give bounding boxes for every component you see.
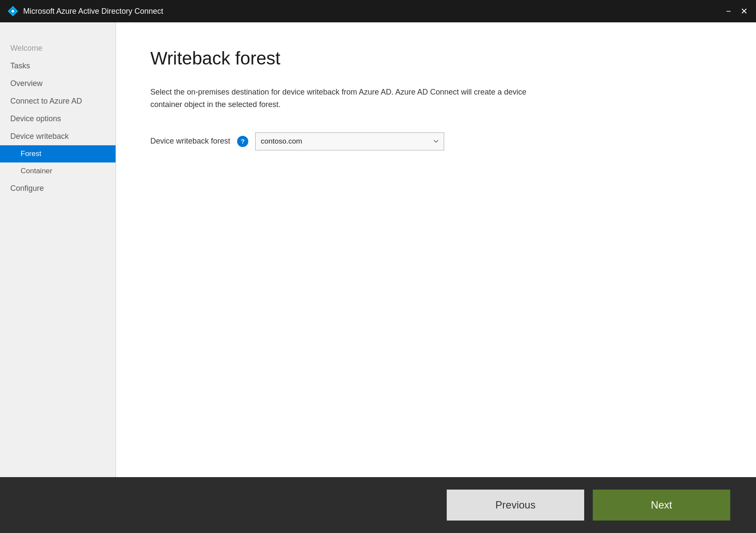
sidebar-item-device-options[interactable]: Device options	[0, 110, 116, 128]
forest-label: Device writeback forest	[150, 137, 230, 146]
sidebar-item-forest[interactable]: Forest	[0, 145, 116, 162]
sidebar-item-configure[interactable]: Configure	[0, 180, 116, 197]
sidebar-item-container[interactable]: Container	[0, 162, 116, 180]
minimize-button[interactable]: −	[723, 6, 734, 16]
window-content: Welcome Tasks Overview Connect to Azure …	[0, 22, 756, 533]
sidebar-item-tasks[interactable]: Tasks	[0, 57, 116, 75]
close-button[interactable]: ✕	[739, 6, 749, 16]
next-button[interactable]: Next	[593, 490, 730, 521]
sidebar-item-device-writeback[interactable]: Device writeback	[0, 128, 116, 145]
sidebar: Welcome Tasks Overview Connect to Azure …	[0, 22, 116, 477]
title-bar-text: Microsoft Azure Active Directory Connect	[23, 7, 723, 16]
app-icon	[7, 5, 19, 17]
content-area: Writeback forest Select the on-premises …	[116, 22, 756, 477]
bottom-bar: Previous Next	[0, 477, 756, 533]
forest-select[interactable]: contoso.com	[255, 132, 444, 150]
page-description: Select the on-premises destination for d…	[150, 86, 537, 111]
title-bar: Microsoft Azure Active Directory Connect…	[0, 0, 756, 22]
main-area: Welcome Tasks Overview Connect to Azure …	[0, 22, 756, 477]
sidebar-item-connect-to-azure-ad[interactable]: Connect to Azure AD	[0, 92, 116, 110]
sidebar-item-overview[interactable]: Overview	[0, 75, 116, 92]
window-controls: − ✕	[723, 6, 749, 16]
help-icon[interactable]: ?	[237, 136, 248, 147]
forest-form-row: Device writeback forest ? contoso.com	[150, 132, 722, 150]
previous-button[interactable]: Previous	[447, 490, 584, 521]
sidebar-item-welcome: Welcome	[0, 40, 116, 57]
page-title: Writeback forest	[150, 48, 722, 69]
